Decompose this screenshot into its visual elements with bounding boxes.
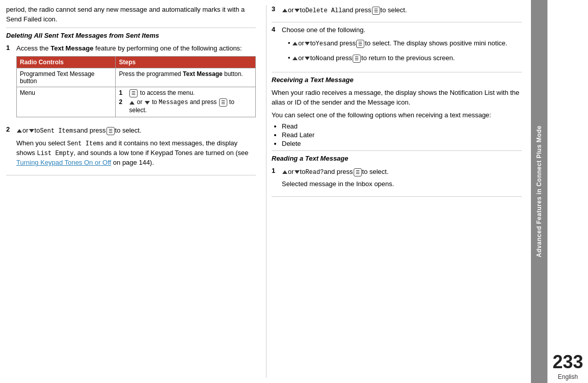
- step-1-text2: feature by performing one of the followi…: [94, 44, 242, 52]
- step-4-number: 4: [272, 25, 280, 68]
- arrow-up-icon-2: [17, 129, 22, 133]
- reading-step-1-pre: or: [288, 167, 294, 177]
- step-3-line: or to Delete All and press ☰ to select.: [282, 5, 522, 16]
- right-column: 3 or to Delete All and press ☰ to select…: [266, 5, 522, 378]
- step-3-mono: Delete All: [305, 6, 342, 16]
- menu-step-1-num: 1: [119, 89, 127, 97]
- table-header-steps: Steps: [116, 57, 256, 68]
- step-3-number: 3: [272, 5, 280, 18]
- step-1-content: Access the Text Message feature by perfo…: [16, 44, 256, 122]
- step-2-to: to: [35, 125, 40, 136]
- main-content: period, the radio cannot send any new me…: [0, 0, 531, 383]
- table-cell-menu-steps: 1 ☰ to access the menu. 2: [116, 87, 256, 117]
- menu-step-2-and: and press: [188, 99, 218, 106]
- arrow-down-icon-3: [295, 9, 300, 12]
- menu-step-2-mono: Messages: [159, 99, 189, 107]
- step-3-post: and press: [342, 5, 371, 16]
- programmed-post: button.: [223, 70, 243, 78]
- reading-step-1-content: or to Read? and press ☰ to select. Selec…: [282, 167, 522, 192]
- bullet-1-to: to: [310, 38, 316, 49]
- step-2-line: or to Sent Items and press ☰ to select.: [16, 125, 256, 136]
- menu-step-2-to: to: [152, 99, 158, 106]
- sidebar-label: Advanced Features in Connect Plus Mode: [536, 125, 543, 257]
- page-number-area: 233 English: [547, 0, 588, 383]
- menu-step-2-or: or: [137, 99, 144, 106]
- menu-button-icon: ☰: [129, 89, 138, 97]
- step-2-pre: or: [22, 125, 29, 136]
- left-column: period, the radio cannot send any new me…: [6, 5, 256, 378]
- bullet-1-pre: or: [298, 38, 304, 49]
- arrow-down-icon-4a: [305, 42, 310, 45]
- step-2-end: to select.: [115, 125, 142, 136]
- select-button-icon-4a: ☰: [356, 40, 364, 48]
- divider-right-4: [272, 196, 522, 197]
- receiving-bullet-read: Read: [282, 122, 522, 130]
- step-2-mono: Sent Items: [40, 126, 76, 136]
- page-number: 233: [552, 353, 583, 371]
- programmed-pre: Press the programmed: [119, 70, 182, 78]
- select-button-icon-3: ☰: [372, 7, 380, 15]
- arrow-up-icon: [129, 101, 135, 105]
- step-2-para: When you select Sent Items and it contai…: [16, 139, 256, 168]
- divider-right-2: [272, 72, 522, 72]
- divider-bottom-left: [6, 175, 256, 175]
- section-heading-reading: Reading a Text Message: [272, 154, 522, 164]
- radio-controls-table: Radio Controls Steps Programmed Text Mes…: [16, 56, 256, 117]
- divider-right-3: [272, 150, 522, 151]
- bullet-1-post: and press: [327, 38, 356, 49]
- step-1-number: 1: [6, 44, 14, 122]
- bullet-2-post: and press: [323, 53, 352, 64]
- divider-top: [6, 28, 256, 28]
- select-button-icon-1: ☰: [219, 98, 227, 107]
- divider-right-1: [272, 22, 522, 22]
- bullet-1-end: to select. The display shows positive mi…: [365, 38, 507, 49]
- section-heading-receiving: Receiving a Text Message: [272, 75, 522, 85]
- arrow-up-icon-r1: [282, 170, 287, 174]
- step-2: 2 or to Sent Items and press ☰ to select…: [6, 125, 256, 171]
- bullet-1-mono: Yes: [316, 39, 327, 49]
- language-label: English: [558, 373, 578, 380]
- arrow-up-icon-3: [282, 9, 287, 12]
- select-button-icon-4b: ☰: [353, 55, 361, 63]
- receiving-para-2: You can select one of the following opti…: [272, 111, 522, 120]
- receiving-bullet-delete: Delete: [282, 140, 522, 147]
- menu-step-1-text: to access the menu.: [140, 90, 195, 97]
- reading-step-1-para: Selected message in the Inbox opens.: [282, 180, 522, 189]
- step-4-content: Choose one of the following. • or to Yes…: [282, 25, 522, 68]
- reading-step-1-number: 1: [272, 167, 280, 192]
- bullet-2-end: to return to the previous screen.: [361, 53, 455, 64]
- reading-step-1: 1 or to Read? and press ☰ to select. Sel…: [272, 167, 522, 192]
- step-4-bullet-1: • or to Yes and press ☰ to select. The d…: [288, 38, 522, 51]
- receiving-bullet-read-later: Read Later: [282, 131, 522, 139]
- table-cell-menu: Menu: [17, 87, 116, 117]
- menu-step-1: 1 ☰ to access the menu.: [119, 89, 252, 97]
- arrow-up-icon-4a: [292, 42, 298, 45]
- arrow-up-icon-4b: [292, 57, 298, 60]
- step-4-bullet-2: • or to No and press ☰ to return to the …: [288, 53, 522, 66]
- step-4-text: Choose one of the following.: [282, 25, 522, 35]
- menu-step-2-num: 2: [119, 98, 127, 114]
- step-2-content: or to Sent Items and press ☰ to select. …: [16, 125, 256, 171]
- arrow-down-icon-4b: [305, 57, 310, 60]
- reading-step-1-mono: Read?: [305, 168, 324, 177]
- section-heading-delete: Deleting All Sent Text Messages from Sen…: [6, 31, 256, 41]
- reading-step-1-post: and press: [324, 167, 353, 177]
- arrow-down-icon: [145, 101, 150, 105]
- step-3: 3 or to Delete All and press ☰ to select…: [272, 5, 522, 18]
- step-3-to: to: [300, 5, 306, 16]
- reading-step-1-line: or to Read? and press ☰ to select.: [282, 167, 522, 177]
- table-row-menu: Menu 1 ☰ to access the menu.: [17, 87, 256, 117]
- programmed-bold: Text Message: [183, 70, 223, 78]
- step-3-pre: or: [288, 5, 294, 16]
- step-4: 4 Choose one of the following. • or to Y…: [272, 25, 522, 68]
- select-button-icon-2: ☰: [106, 127, 115, 135]
- reading-step-1-to: to: [300, 167, 306, 177]
- table-row-programmed: Programmed Text Message button Press the…: [17, 68, 256, 87]
- arrow-down-icon-r1: [295, 170, 300, 174]
- step-2-number: 2: [6, 125, 14, 171]
- keypad-tones-link[interactable]: Turning Keypad Tones On or Off: [16, 159, 111, 166]
- table-cell-programmed-steps: Press the programmed Text Message button…: [116, 68, 256, 87]
- step-2-post: and press: [76, 125, 105, 136]
- step-3-end: to select.: [381, 5, 407, 16]
- receiving-bullet-list: Read Read Later Delete: [272, 122, 522, 147]
